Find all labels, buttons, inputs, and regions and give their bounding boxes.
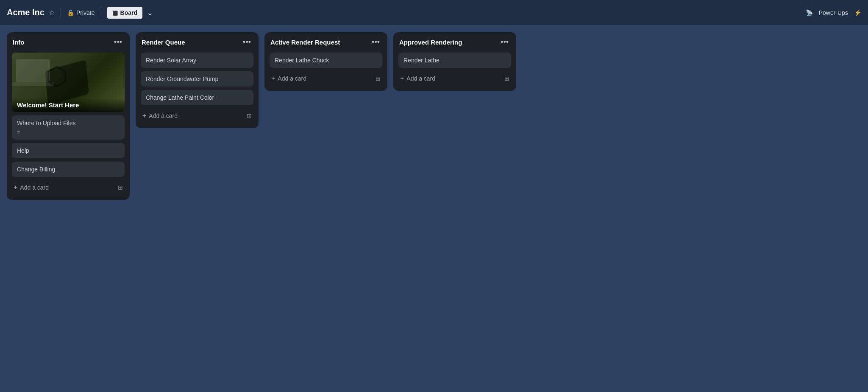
card-render-solar[interactable]: Render Solar Array <box>141 53 253 68</box>
private-label: Private <box>76 9 95 16</box>
add-card-button-render-queue[interactable]: + Add a card ⊞ <box>141 109 253 123</box>
card-change-billing[interactable]: Change Billing <box>12 162 125 177</box>
card-render-lathe-chuck[interactable]: Render Lathe Chuck <box>270 53 382 68</box>
header-divider2 <box>101 8 101 18</box>
header-divider <box>61 8 61 18</box>
template-icon-rq: ⊞ <box>247 112 252 119</box>
column-render-queue-menu-button[interactable]: ••• <box>241 37 253 47</box>
board-area: Info ••• Welcome! Start Here Where to Up… <box>0 25 868 392</box>
card-render-groundwater-text: Render Groundwater Pump <box>146 76 248 82</box>
card-render-solar-text: Render Solar Array <box>146 57 248 64</box>
laptop-shape <box>16 59 50 82</box>
column-render-queue-header: Render Queue ••• <box>141 37 253 49</box>
board-label: Board <box>120 9 137 16</box>
card-welcome[interactable]: Welcome! Start Here <box>12 53 125 112</box>
column-info: Info ••• Welcome! Start Here Where to Up… <box>7 32 130 200</box>
add-card-left-rq: + Add a card <box>142 112 178 120</box>
card-render-lathe[interactable]: Render Lathe <box>398 53 511 68</box>
template-icon-ar: ⊞ <box>376 75 381 82</box>
column-render-queue-title: Render Queue <box>142 39 185 46</box>
lightning-icon: ⚡ <box>854 9 861 16</box>
column-approved-rendering-title: Approved Rendering <box>399 39 462 46</box>
power-ups-label: Power-Ups <box>819 9 848 16</box>
card-where-upload-text: Where to Upload Files <box>17 120 120 126</box>
card-render-lathe-chuck-text: Render Lathe Chuck <box>275 57 377 64</box>
template-icon: ⊞ <box>118 184 123 191</box>
card-help[interactable]: Help <box>12 143 125 158</box>
column-render-queue: Render Queue ••• Render Solar Array Rend… <box>136 32 259 128</box>
add-card-left-ap: + Add a card <box>400 75 435 82</box>
card-help-text: Help <box>17 147 120 154</box>
plus-icon-ar: + <box>271 75 275 82</box>
column-active-render-menu-button[interactable]: ••• <box>370 37 381 47</box>
column-info-title: Info <box>13 39 25 46</box>
column-approved-rendering: Approved Rendering ••• Render Lathe + Ad… <box>393 32 516 91</box>
add-card-button-approved[interactable]: + Add a card ⊞ <box>398 71 511 86</box>
plus-icon-rq: + <box>142 112 146 120</box>
column-active-render: Active Render Request ••• Render Lathe C… <box>264 32 387 91</box>
plus-icon-ap: + <box>400 75 404 82</box>
add-card-label-info: Add a card <box>20 184 49 191</box>
add-card-label-ap: Add a card <box>406 75 435 82</box>
template-icon-ap: ⊞ <box>504 75 509 82</box>
card-change-lathe[interactable]: Change Lathe Paint Color <box>141 90 253 105</box>
column-active-render-header: Active Render Request ••• <box>270 37 382 49</box>
header-right-group: 📡 Power-Ups ⚡ <box>806 9 861 16</box>
card-render-groundwater[interactable]: Render Groundwater Pump <box>141 71 253 87</box>
add-card-left: + Add a card <box>14 184 49 191</box>
column-approved-rendering-menu-button[interactable]: ••• <box>499 37 510 47</box>
add-card-button-active-render[interactable]: + Add a card ⊞ <box>270 71 382 86</box>
add-card-label-rq: Add a card <box>149 112 178 119</box>
lock-icon: 🔒 <box>67 9 74 16</box>
header: Acme Inc ☆ 🔒 Private ▦ Board ⌄ 📡 Power-U… <box>0 0 868 25</box>
column-active-render-title: Active Render Request <box>270 39 340 46</box>
card-welcome-label: Welcome! Start Here <box>12 98 125 112</box>
description-icon: ≡ <box>17 129 120 135</box>
card-where-upload[interactable]: Where to Upload Files ≡ <box>12 115 125 140</box>
card-change-lathe-text: Change Lathe Paint Color <box>146 94 248 101</box>
add-card-label-ar: Add a card <box>278 75 306 82</box>
star-icon[interactable]: ☆ <box>49 8 55 17</box>
power-ups-icon: 📡 <box>806 9 813 16</box>
column-info-menu-button[interactable]: ••• <box>112 37 124 47</box>
plus-icon: + <box>14 184 17 191</box>
card-render-lathe-text: Render Lathe <box>403 57 506 64</box>
board-title: Acme Inc <box>7 8 45 17</box>
header-private-group: 🔒 Private <box>67 9 95 16</box>
add-card-button-info[interactable]: + Add a card ⊞ <box>12 180 125 195</box>
board-view-button[interactable]: ▦ Board <box>107 7 142 19</box>
add-card-left-ar: + Add a card <box>271 75 306 82</box>
board-icon: ▦ <box>112 9 118 16</box>
column-info-header: Info ••• <box>12 37 125 49</box>
chevron-down-icon[interactable]: ⌄ <box>147 8 153 17</box>
card-change-billing-text: Change Billing <box>17 166 120 173</box>
column-approved-rendering-header: Approved Rendering ••• <box>398 37 511 49</box>
